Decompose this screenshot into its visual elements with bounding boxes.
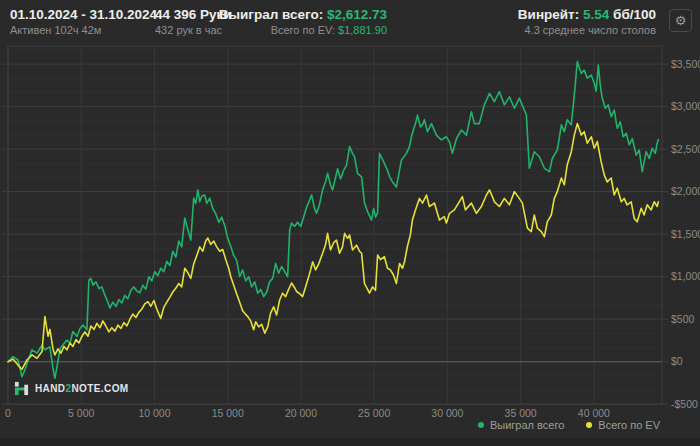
y-axis-label: $1,000	[671, 270, 700, 282]
date-range-block: 01.10.2024 - 31.10.2024 Активен 102ч 42м	[10, 6, 157, 37]
header: 01.10.2024 - 31.10.2024 Активен 102ч 42м…	[0, 0, 700, 46]
ev-value: $1,881.90	[338, 24, 387, 36]
winnings-value: $2,612.73	[327, 7, 387, 22]
legend-dot-yellow-icon	[586, 422, 592, 428]
y-axis-label: $2,500	[671, 143, 700, 155]
y-axis-label: $3,500	[671, 58, 700, 70]
winnings-chart: $3,500$3,000$2,500$2,000$1,500$1,000$500…	[0, 0, 700, 446]
ev-label: Всего по EV:	[271, 24, 335, 36]
y-axis-label: $3,000	[671, 100, 700, 112]
x-axis-label: 40 000	[578, 407, 610, 419]
avg-tables: 4.3 среднее число столов	[518, 23, 656, 37]
x-axis-label: 0	[5, 407, 11, 419]
settings-gear-icon[interactable]: ⚙	[669, 9, 692, 32]
x-axis-label: 10 000	[138, 407, 170, 419]
legend-dot-green-icon	[478, 422, 484, 428]
y-axis-label: $0	[671, 355, 683, 367]
x-axis-label: 35 000	[505, 407, 537, 419]
y-axis-label: -$500	[671, 398, 698, 410]
legend-label: Всего по EV	[598, 419, 660, 431]
winrate-value: 5.54	[583, 7, 609, 22]
winrate-unit: бб/100	[613, 7, 656, 22]
winnings-block: Выиграл всего: $2,612.73 Всего по EV: $1…	[219, 6, 387, 37]
legend-item-total-won[interactable]: Выиграл всего	[478, 419, 564, 431]
legend-item-ev[interactable]: Всего по EV	[586, 419, 660, 431]
x-axis-label: 5 000	[68, 407, 94, 419]
logo-text-suffix: NOTE.COM	[71, 383, 128, 394]
active-time: Активен 102ч 42м	[10, 23, 157, 37]
y-axis-label: $500	[671, 313, 695, 325]
y-axis-label: $2,000	[671, 185, 700, 197]
hand2note-logo-icon	[14, 381, 29, 396]
chart-legend: Выиграл всего Всего по EV	[478, 419, 660, 431]
legend-label: Выиграл всего	[490, 419, 564, 431]
x-axis-label: 15 000	[212, 407, 244, 419]
winrate-label: Винрейт:	[518, 7, 579, 22]
winrate-block: Винрейт: 5.54 бб/100 4.3 среднее число с…	[518, 6, 656, 37]
x-axis-label: 25 000	[358, 407, 390, 419]
date-range: 01.10.2024 - 31.10.2024	[10, 6, 157, 23]
footer-band	[0, 438, 700, 446]
logo-text-prefix: HAND	[35, 383, 66, 394]
hand2note-logo: HAND2NOTE.COM	[14, 381, 129, 396]
x-axis-label: 30 000	[431, 407, 463, 419]
y-axis-label: $1,500	[671, 228, 700, 240]
series-line-ev	[8, 124, 658, 370]
plot-border	[8, 46, 662, 404]
x-axis-label: 20 000	[285, 407, 317, 419]
hand2note-session-window: $3,500$3,000$2,500$2,000$1,500$1,000$500…	[0, 0, 700, 446]
winnings-label: Выиграл всего:	[219, 7, 323, 22]
